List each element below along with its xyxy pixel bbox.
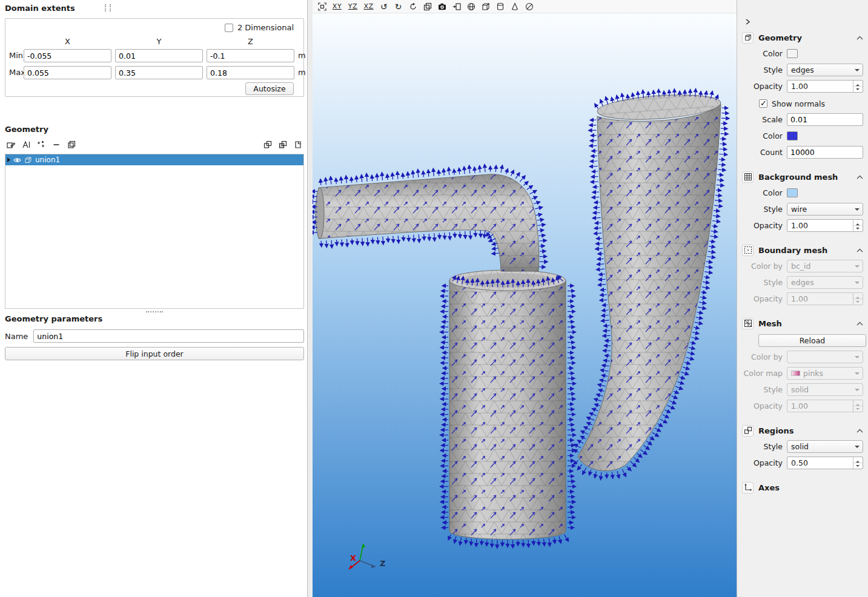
- rotate-ccw-icon[interactable]: ↺: [377, 1, 390, 12]
- regions-section-title: Regions: [758, 426, 852, 435]
- name-input[interactable]: [33, 329, 304, 343]
- geometry-toolbar: [5, 137, 304, 152]
- regions-style-label: Style: [737, 442, 787, 451]
- cylinder-icon[interactable]: [494, 1, 506, 12]
- rename-geometry-icon[interactable]: [20, 139, 32, 151]
- geometry-list[interactable]: union1: [5, 154, 304, 309]
- geometry-style-combo[interactable]: edges: [787, 64, 863, 76]
- reload-mesh-button[interactable]: Reload: [758, 334, 866, 347]
- show-normals-label: Show normals: [772, 99, 825, 108]
- column-header-z: Z: [207, 37, 294, 46]
- copy-geometry-icon[interactable]: [65, 139, 78, 151]
- boundary-mesh-opacity-label: Opacity: [737, 294, 787, 303]
- vertical-splitter-handle[interactable]: [146, 311, 163, 312]
- normals-color-label: Color: [737, 131, 787, 140]
- boundary-mesh-style-label: Style: [737, 278, 787, 287]
- normals-color-swatch[interactable]: [787, 131, 798, 140]
- clip-plane-icon[interactable]: [523, 1, 535, 12]
- appearance-icon[interactable]: [35, 139, 47, 151]
- fit-view-icon[interactable]: [316, 1, 328, 12]
- normals-count-label: Count: [737, 148, 787, 157]
- mesh-section-title: Mesh: [758, 319, 852, 328]
- normals-count-input[interactable]: [787, 146, 863, 159]
- remove-geometry-icon[interactable]: [50, 139, 62, 151]
- axes-section-header[interactable]: Axes: [742, 481, 863, 493]
- geometry-color-swatch[interactable]: [787, 49, 798, 58]
- globe-icon[interactable]: [465, 1, 477, 12]
- normals-scale-input[interactable]: [787, 113, 863, 126]
- import-view-icon[interactable]: [450, 1, 463, 12]
- rotate-cw-icon[interactable]: ↻: [392, 1, 405, 12]
- min-row-label: Min: [9, 51, 25, 60]
- list-item-label: union1: [35, 156, 60, 164]
- regions-section-header[interactable]: Regions: [742, 424, 863, 437]
- background-mesh-color-swatch[interactable]: [787, 188, 798, 197]
- panel-drag-handle[interactable]: [105, 4, 111, 12]
- copy-view-icon[interactable]: [421, 1, 434, 12]
- boundary-mesh-opacity-spinbox: 1.00: [787, 292, 863, 305]
- background-mesh-color-label: Color: [737, 188, 787, 197]
- domain-extents-title: Domain extents: [5, 4, 75, 13]
- max-y-input[interactable]: [115, 66, 203, 79]
- collapse-section-icon[interactable]: [856, 322, 863, 326]
- collapse-panel-icon[interactable]: [743, 17, 752, 27]
- regions-opacity-spinbox[interactable]: 0.50: [787, 457, 863, 469]
- lower-geometry-icon[interactable]: [277, 139, 289, 151]
- box-icon[interactable]: [479, 1, 492, 12]
- left-panel: Domain extents 2 Dimensional X Y Z Min m…: [0, 0, 308, 597]
- background-mesh-style-label: Style: [737, 205, 787, 214]
- min-y-input[interactable]: [115, 49, 203, 62]
- background-mesh-opacity-spinbox[interactable]: 1.00: [787, 219, 863, 232]
- collapse-section-icon[interactable]: [856, 36, 863, 40]
- mesh-color-by-label: Color by: [737, 352, 787, 361]
- regions-section-icon: [742, 425, 754, 437]
- view-xy-button[interactable]: XY: [330, 1, 344, 12]
- regions-opacity-label: Opacity: [737, 458, 787, 467]
- background-mesh-section-header[interactable]: Background mesh: [742, 171, 863, 183]
- min-x-input[interactable]: [24, 49, 111, 62]
- axes-section-icon: [742, 482, 754, 493]
- screenshot-camera-icon[interactable]: [436, 1, 448, 12]
- boundary-mesh-section-title: Boundary mesh: [758, 246, 852, 255]
- mesh-style-label: Style: [737, 385, 787, 394]
- rotate-90-icon[interactable]: [406, 1, 419, 12]
- boundary-mesh-section-header[interactable]: Boundary mesh: [742, 244, 863, 256]
- domain-extents-group: 2 Dimensional X Y Z Min m Max m Autosize: [5, 18, 304, 97]
- viewport-canvas[interactable]: X Z: [313, 13, 737, 597]
- geometry-section-icon: [742, 32, 754, 44]
- geometry-list-title: Geometry: [5, 125, 48, 134]
- min-z-input[interactable]: [207, 49, 294, 62]
- show-normals-checkbox[interactable]: [759, 99, 767, 108]
- collapse-section-icon[interactable]: [856, 175, 863, 179]
- background-mesh-section-title: Background mesh: [758, 173, 852, 182]
- geometry-section-header[interactable]: Geometry: [742, 31, 863, 44]
- collapse-section-icon[interactable]: [856, 429, 863, 433]
- max-z-input[interactable]: [207, 66, 294, 79]
- two-dimensional-checkbox[interactable]: [225, 24, 233, 32]
- mesh-section-header[interactable]: Mesh: [742, 317, 863, 329]
- geometry-opacity-spinbox[interactable]: 1.00: [787, 80, 863, 93]
- edit-geometry-icon[interactable]: [5, 139, 17, 151]
- min-unit-label: m: [298, 51, 306, 60]
- view-xz-button[interactable]: XZ: [362, 1, 376, 12]
- geometry-section-title: Geometry: [758, 33, 852, 42]
- expander-icon[interactable]: [7, 157, 10, 162]
- duplicate-geometry-icon[interactable]: [292, 139, 304, 151]
- list-item-union1[interactable]: union1: [5, 154, 303, 165]
- collapse-section-icon[interactable]: [856, 248, 863, 252]
- max-x-input[interactable]: [24, 66, 111, 79]
- cone-icon[interactable]: [508, 1, 521, 12]
- boundary-mesh-color-by-combo: bc_id: [787, 260, 863, 272]
- two-dimensional-label: 2 Dimensional: [237, 23, 294, 32]
- background-mesh-style-combo[interactable]: wire: [787, 203, 863, 216]
- flip-input-order-button[interactable]: Flip input order: [5, 347, 304, 360]
- max-row-label: Max: [9, 68, 25, 77]
- normals-scale-label: Scale: [737, 115, 787, 124]
- view-yz-button[interactable]: YZ: [346, 1, 360, 12]
- mesh-color-map-label: Color map: [737, 369, 787, 378]
- regions-style-combo[interactable]: solid: [787, 440, 863, 453]
- visibility-eye-icon[interactable]: [13, 157, 21, 163]
- raise-geometry-icon[interactable]: [262, 139, 274, 151]
- autosize-button[interactable]: Autosize: [245, 82, 294, 95]
- column-header-x: X: [24, 37, 111, 46]
